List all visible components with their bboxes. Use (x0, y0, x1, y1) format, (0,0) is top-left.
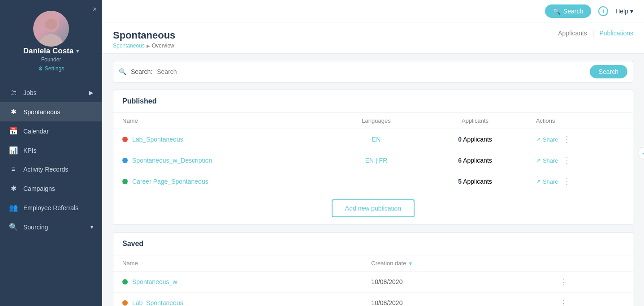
share-button[interactable]: ↗ Share (536, 136, 558, 143)
svg-point-2 (45, 19, 57, 30)
user-name: Daniela Costa ▾ (23, 47, 79, 56)
sidebar-item-kpis[interactable]: 📊 KPIs (0, 141, 102, 160)
settings-link[interactable]: ⚙ Settings (38, 65, 64, 72)
search-submit-button[interactable]: Search (590, 65, 627, 78)
referrals-icon: 👥 (9, 203, 18, 212)
sidebar-item-activity-records[interactable]: ≡ Activity Records (0, 160, 102, 179)
col-actions: Actions (527, 113, 633, 129)
sidebar-header: × Daniela Costa ▾ Founder ⚙ Settings (0, 0, 102, 79)
sidebar-item-spontaneous[interactable]: ✱ Spontaneous (0, 102, 102, 121)
sidebar-item-sourcing[interactable]: 🔍 Sourcing ▾ (0, 217, 102, 237)
activity-icon: ≡ (9, 165, 18, 173)
page-title: Spontaneous (113, 30, 175, 41)
languages-cell: EN | FR (329, 150, 423, 171)
tab-separator: | (592, 30, 594, 37)
tab-publications[interactable]: Publications (600, 30, 634, 37)
saved-section-title: Saved (122, 240, 143, 247)
breadcrumb-current: Overview (152, 43, 174, 49)
breadcrumb-parent[interactable]: Spontaneous (113, 43, 145, 49)
page-title-area: Spontaneous Spontaneous ▶ Overview (113, 30, 175, 49)
share-button[interactable]: ↗ Share (536, 178, 558, 185)
share-icon: ↗ (536, 136, 540, 142)
more-options-button[interactable]: ⋮ (560, 299, 568, 306)
svg-point-0 (39, 34, 64, 47)
search-icon: 🔍 (119, 68, 126, 75)
more-options-button[interactable]: ⋮ (563, 135, 571, 143)
content-area: 🔍 Search: Search Published Name Language… (102, 54, 644, 306)
close-icon[interactable]: × (93, 5, 97, 13)
creation-date-cell: 10/08/2020 (362, 293, 550, 306)
table-row: Spontaneous_w_Description EN | FR 6 Appl… (113, 150, 633, 171)
share-button[interactable]: ↗ Share (536, 157, 558, 164)
sidebar-item-label: Campaigns (23, 185, 93, 192)
avatar (33, 11, 69, 47)
kpis-icon: 📊 (9, 146, 18, 155)
chevron-down-icon: ▾ (630, 8, 633, 15)
saved-publication-link[interactable]: Lab_Spontaneous (132, 299, 183, 306)
gear-icon: ⚙ (38, 65, 43, 72)
topbar: 🔍 Search i Help ▾ (102, 0, 644, 22)
user-role: Founder (41, 56, 61, 63)
nav-list: 🗂 Jobs ▶ ✱ Spontaneous 📅 Calendar 📊 KPIs… (0, 83, 102, 237)
sidebar: × Daniela Costa ▾ Founder ⚙ Settings 🗂 J… (0, 0, 102, 306)
actions-cell: ↗ Share ⋮ (527, 129, 633, 150)
status-dot (122, 279, 128, 284)
sidebar-item-calendar[interactable]: 📅 Calendar (0, 121, 102, 141)
sidebar-item-label: Jobs (23, 89, 84, 96)
col-applicants: Applicants (423, 113, 527, 129)
languages-cell: EN (329, 129, 423, 150)
avatar-image (33, 11, 69, 47)
sidebar-item-label: Employee Referrals (23, 204, 93, 211)
published-section: Published Name Languages Applicants Acti… (113, 90, 633, 225)
saved-col-name: Name (113, 255, 362, 272)
saved-col-actions-header (551, 255, 633, 272)
sidebar-item-jobs[interactable]: 🗂 Jobs ▶ (0, 83, 102, 102)
tab-applicants[interactable]: Applicants (558, 30, 587, 37)
sidebar-item-campaigns[interactable]: ✱ Campaigns (0, 179, 102, 198)
sidebar-item-label: Spontaneous (23, 108, 93, 116)
chevron-right-icon: ▶ (89, 90, 93, 96)
help-button[interactable]: Help ▾ (615, 8, 633, 15)
calendar-icon: 📅 (9, 127, 18, 135)
chevron-down-icon: ▾ (91, 224, 93, 230)
publication-link[interactable]: Career Page_Spontaneous (132, 178, 208, 185)
published-section-title: Published (122, 97, 156, 105)
search-button[interactable]: 🔍 Search (545, 4, 591, 18)
sidebar-item-label: Calendar (23, 128, 93, 135)
page-tabs: Applicants | Publications (558, 30, 633, 37)
publication-link[interactable]: Lab_Spontaneous (132, 136, 183, 143)
table-row: Career Page_Spontaneous 5 Applicants ↗ S… (113, 171, 633, 192)
spontaneous-icon: ✱ (9, 108, 18, 116)
breadcrumb-separator: ▶ (147, 43, 150, 48)
saved-actions-cell: ⋮ (551, 272, 633, 293)
chevron-down-icon: ▾ (76, 48, 79, 54)
status-dot (122, 179, 128, 184)
sidebar-item-employee-referrals[interactable]: 👥 Employee Referrals (0, 198, 102, 217)
filter-icon[interactable]: ▼ (408, 261, 413, 266)
breadcrumb: Spontaneous ▶ Overview (113, 43, 175, 49)
saved-actions-cell: ⋮ (551, 293, 633, 306)
campaigns-icon: ✱ (9, 184, 18, 193)
saved-publication-link[interactable]: Spontaneous_w (132, 278, 177, 285)
col-languages: Languages (329, 113, 423, 129)
search-input[interactable] (157, 68, 585, 75)
jobs-icon: 🗂 (9, 89, 18, 97)
more-options-button[interactable]: ⋮ (563, 156, 571, 164)
applicants-cell: 5 Applicants (423, 171, 527, 192)
add-publication-row: Add new publication (113, 192, 633, 224)
table-row: Lab_Spontaneous EN 0 Applicants ↗ Share … (113, 129, 633, 150)
more-options-button[interactable]: ⋮ (563, 177, 571, 185)
sidebar-item-label: Sourcing (23, 224, 85, 231)
creation-date-cell: 10/08/2020 (362, 272, 550, 293)
status-dot (122, 300, 128, 306)
search-bar-container: 🔍 Search: Search (113, 61, 633, 82)
search-icon: 🔍 (553, 8, 561, 15)
more-options-button[interactable]: ⋮ (560, 278, 568, 286)
sidebar-item-label: Activity Records (23, 166, 93, 173)
add-publication-button[interactable]: Add new publication (332, 199, 415, 217)
share-icon: ↗ (536, 157, 540, 164)
saved-section-header: Saved (113, 233, 633, 255)
languages-cell (329, 171, 423, 192)
search-bar-label: Search: (131, 68, 152, 75)
publication-link[interactable]: Spontaneous_w_Description (132, 157, 212, 164)
